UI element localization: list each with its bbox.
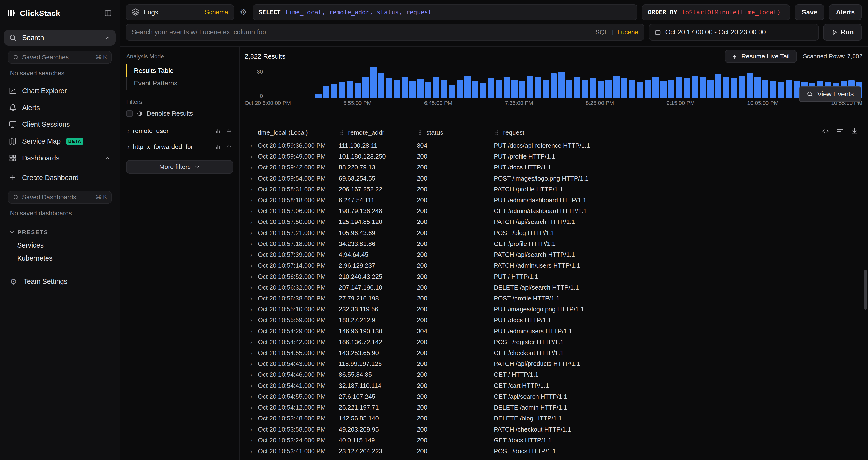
table-row[interactable]: ›Oct 20 10:53:41.000 PM23.127.204.223200… (245, 446, 863, 457)
histogram-bar[interactable] (339, 82, 345, 97)
histogram-bar[interactable] (355, 83, 361, 97)
row-expand-icon[interactable]: › (245, 142, 258, 149)
table-row[interactable]: ›Oct 20 10:54:12.000 PM26.221.197.71200D… (245, 402, 863, 413)
filter-field-remote-user[interactable]: › remote_user (126, 123, 233, 139)
table-row[interactable]: ›Oct 20 10:55:10.000 PM232.33.119.56200P… (245, 304, 863, 315)
histogram-bar[interactable] (535, 77, 541, 97)
table-row[interactable]: ›Oct 20 10:55:59.000 PM180.27.212.9200PU… (245, 315, 863, 325)
table-row[interactable]: ›Oct 20 10:59:36.000 PM111.100.28.11304P… (245, 140, 863, 151)
row-expand-icon[interactable]: › (245, 393, 258, 400)
table-row[interactable]: ›Oct 20 10:53:58.000 PM49.203.209.95200P… (245, 424, 863, 435)
saved-searches-box[interactable]: ⌘ K (8, 51, 112, 64)
row-expand-icon[interactable]: › (245, 414, 258, 422)
sidebar-item-service-map[interactable]: Service Map BETA (4, 134, 116, 149)
histogram-bar[interactable] (504, 77, 510, 97)
histogram-bar[interactable] (331, 84, 337, 97)
table-row[interactable]: ›Oct 20 10:57:50.000 PM125.194.85.120200… (245, 217, 863, 227)
preset-item-services[interactable]: Services (0, 239, 120, 252)
histogram-bar[interactable] (370, 67, 377, 97)
column-header-time-local[interactable]: time_local (Local) (258, 129, 339, 136)
pin-icon[interactable] (226, 144, 232, 150)
save-button[interactable]: Save (795, 4, 824, 20)
histogram-bar[interactable] (496, 80, 502, 97)
query-language-toggle[interactable]: SQL | Lucene (595, 28, 638, 36)
row-expand-icon[interactable]: › (245, 273, 258, 281)
row-expand-icon[interactable]: › (245, 327, 258, 335)
histogram-bar[interactable] (574, 77, 580, 97)
histogram-bar[interactable] (417, 79, 424, 97)
sidebar-item-dashboards[interactable]: Dashboards (4, 150, 116, 166)
denoise-results-toggle[interactable]: Denoise Results (126, 110, 233, 117)
histogram-bar[interactable] (707, 80, 714, 97)
table-row[interactable]: ›Oct 20 10:58:18.000 PM6.247.54.111200PU… (245, 195, 863, 206)
schema-link[interactable]: Schema (205, 8, 228, 16)
table-row[interactable]: ›Oct 20 10:58:31.000 PM206.167.252.22200… (245, 184, 863, 195)
histogram-bar[interactable] (754, 77, 761, 97)
event-search-input[interactable] (132, 28, 591, 36)
row-expand-icon[interactable]: › (245, 153, 258, 161)
row-expand-icon[interactable]: › (245, 426, 258, 433)
row-expand-icon[interactable]: › (245, 360, 258, 368)
table-row[interactable]: ›Oct 20 10:59:42.000 PM88.220.79.13200PU… (245, 162, 863, 173)
table-row[interactable]: ›Oct 20 10:56:52.000 PM210.240.43.225200… (245, 271, 863, 282)
row-expand-icon[interactable]: › (245, 316, 258, 324)
sidebar-item-search[interactable]: Search (4, 30, 116, 46)
table-row[interactable]: ›Oct 20 10:54:55.000 PM27.6.107.245200GE… (245, 391, 863, 402)
source-settings-gear-icon[interactable]: ⚙ (239, 8, 248, 16)
histogram-bar[interactable] (715, 74, 722, 97)
time-range-picker[interactable]: Oct 20 17:00:00 - Oct 20 23:00:00 (649, 24, 819, 40)
table-row[interactable]: ›Oct 20 10:54:29.000 PM146.96.190.130304… (245, 325, 863, 337)
presets-toggle[interactable]: PRESETS (0, 223, 120, 239)
row-expand-icon[interactable]: › (245, 174, 258, 182)
histogram-bar[interactable] (621, 78, 627, 97)
field-chart-icon[interactable] (215, 128, 221, 134)
table-row[interactable]: ›Oct 20 10:57:14.000 PM2.96.129.237200PA… (245, 260, 863, 271)
histogram-bar[interactable] (731, 78, 737, 97)
table-row[interactable]: ›Oct 20 10:57:18.000 PM34.233.81.86200GE… (245, 238, 863, 249)
row-expand-icon[interactable]: › (245, 240, 258, 248)
sql-mode-option[interactable]: SQL (595, 28, 608, 36)
histogram-bar[interactable] (362, 77, 369, 97)
lucene-mode-option[interactable]: Lucene (618, 28, 639, 36)
view-events-button[interactable]: View Events (799, 86, 861, 102)
table-row[interactable]: ›Oct 20 10:54:41.000 PM32.187.110.114200… (245, 380, 863, 391)
histogram-bar[interactable] (613, 76, 620, 97)
histogram-bar[interactable] (551, 74, 557, 97)
histogram-bar[interactable] (606, 80, 612, 97)
run-button[interactable]: Run (823, 24, 862, 40)
download-icon[interactable] (851, 128, 858, 135)
select-clause-input[interactable]: SELECT time_local, remote_addr, status, … (253, 4, 638, 20)
row-expand-icon[interactable]: › (245, 262, 258, 269)
table-row[interactable]: ›Oct 20 10:54:43.000 PM118.99.197.125200… (245, 358, 863, 369)
mode-results-table[interactable]: Results Table (126, 64, 233, 77)
histogram-bar[interactable] (770, 81, 776, 97)
row-expand-icon[interactable]: › (245, 218, 258, 226)
row-expand-icon[interactable]: › (245, 229, 258, 237)
histogram-bar[interactable] (433, 77, 439, 97)
column-settings-icon[interactable] (836, 128, 844, 135)
histogram-bar[interactable] (637, 82, 643, 97)
histogram-bar[interactable] (378, 74, 384, 97)
drag-handle-icon[interactable] (417, 130, 423, 136)
table-row[interactable]: ›Oct 20 10:56:32.000 PM207.147.196.10200… (245, 282, 863, 293)
histogram-bar[interactable] (558, 72, 565, 97)
histogram-bar[interactable] (425, 82, 431, 97)
sidebar-item-alerts[interactable]: Alerts (4, 100, 116, 116)
histogram-bar[interactable] (394, 80, 400, 97)
histogram-bar[interactable] (512, 80, 518, 97)
table-row[interactable]: ›Oct 20 10:57:39.000 PM4.94.64.45200PATC… (245, 249, 863, 260)
resume-live-tail-button[interactable]: Resume Live Tail (725, 50, 797, 63)
order-by-input[interactable]: ORDER BY toStartOfMinute(time_local) D (642, 4, 790, 20)
saved-dashboards-input[interactable] (22, 194, 93, 201)
histogram-bar[interactable] (676, 77, 682, 97)
histogram-bar[interactable] (441, 80, 447, 97)
histogram-bar[interactable] (668, 80, 674, 97)
histogram-bar[interactable] (684, 78, 690, 97)
row-expand-icon[interactable]: › (245, 306, 258, 313)
sidebar-item-chart-explorer[interactable]: Chart Explorer (4, 83, 116, 99)
histogram-bar[interactable] (409, 81, 416, 97)
more-filters-button[interactable]: More filters (126, 160, 233, 174)
row-expand-icon[interactable]: › (245, 185, 258, 193)
row-expand-icon[interactable]: › (245, 448, 258, 455)
pin-icon[interactable] (226, 128, 232, 134)
